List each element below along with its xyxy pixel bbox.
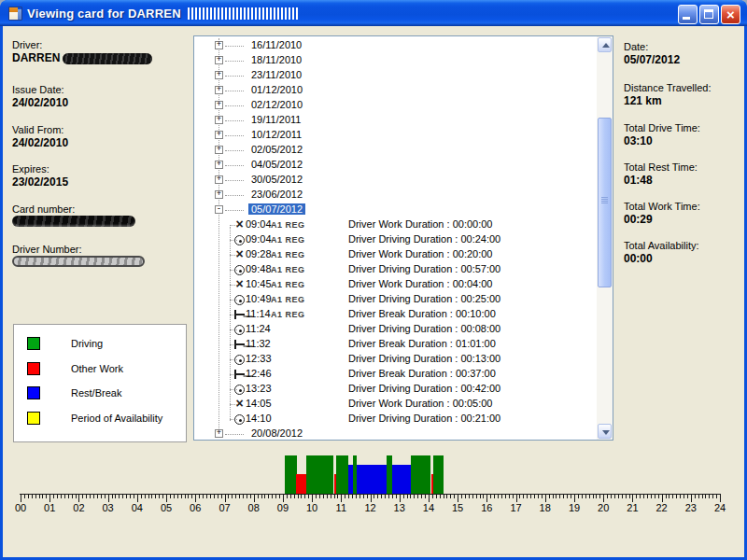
ruler-tick [519, 495, 520, 498]
driver-info-value [12, 216, 135, 230]
tree-date-row[interactable]: +30/05/2012 [194, 173, 597, 188]
tree-expand-toggle[interactable]: + [215, 56, 223, 64]
ruler-tick [574, 495, 575, 502]
tree-date-row[interactable]: -05/07/2012 [194, 203, 597, 217]
ruler-tick [304, 495, 305, 498]
minimize-icon [683, 17, 690, 20]
tree-entry-row[interactable]: 12:46Driver Break Duration : 00:37:00 [194, 367, 597, 382]
tree-entry-row[interactable]: 11:24Driver Driving Duration : 00:08:00 [194, 322, 597, 337]
tree-entry-row[interactable]: ×09:04A1 REGDriver Work Duration : 00:00… [194, 217, 597, 232]
tree-expand-toggle[interactable]: + [215, 429, 223, 438]
ruler-tick [108, 495, 109, 502]
tree-expand-toggle[interactable]: + [215, 161, 223, 169]
ruler-tick [228, 495, 229, 498]
ruler-hour-label: 14 [418, 502, 439, 513]
tree-connector-stub [225, 105, 244, 106]
timeline-segment-driving [433, 455, 444, 494]
tree-entry-row[interactable]: 11:14A1 REGDriver Break Duration : 00:10… [194, 307, 597, 322]
legend: DrivingOther WorkRest/BreakPeriod of Ava… [13, 324, 187, 442]
ruler-tick [331, 495, 331, 498]
ruler-hour-label: 01 [39, 502, 60, 513]
tree-expand-toggle[interactable]: + [215, 175, 223, 184]
app-icon [8, 7, 22, 21]
ruler-tick [294, 495, 295, 498]
entry-description: Driver Driving Duration : 00:42:00 [348, 383, 500, 394]
tree-entry-row[interactable]: 12:33Driver Driving Duration : 00:13:00 [194, 352, 597, 367]
ruler-tick [476, 495, 477, 498]
tree-expand-toggle[interactable]: + [215, 41, 223, 49]
tree-entry-row[interactable]: 13:23Driver Driving Duration : 00:42:00 [194, 382, 597, 397]
tree-date-row[interactable]: +02/12/2010 [194, 98, 597, 113]
tree-entry-row[interactable]: 09:48A1 REGDriver Driving Duration : 00:… [194, 262, 597, 277]
tree-date-row[interactable]: +23/06/2012 [194, 188, 597, 203]
tree-collapse-toggle[interactable]: - [215, 205, 223, 214]
ruler-hour-label: 16 [476, 502, 497, 513]
tree-entry-row[interactable]: ×09:28A1 REGDriver Work Duration : 00:20… [194, 247, 597, 262]
tree-date-row[interactable]: +20/08/2012 [194, 427, 597, 441]
entry-time: 11:24 [246, 323, 271, 334]
timeline-ruler [20, 494, 721, 495]
tree-date-row[interactable]: +02/05/2012 [194, 143, 597, 158]
ruler-tick [32, 495, 33, 498]
tree-expand-toggle[interactable]: + [215, 116, 223, 124]
ruler-tick [363, 495, 364, 498]
tree-date-row[interactable]: +04/05/2012 [194, 158, 597, 173]
vertical-scrollbar[interactable] [597, 36, 613, 440]
driver-info-group: Card number: [12, 203, 135, 230]
ruler-tick [145, 495, 146, 498]
maximize-button[interactable] [699, 5, 719, 24]
tree-date-row[interactable]: +10/12/2011 [194, 128, 597, 143]
scroll-down-button[interactable] [598, 424, 612, 439]
ruler-hour-label: 06 [185, 502, 205, 513]
minimize-button[interactable] [678, 5, 698, 24]
tree-expand-toggle[interactable]: + [215, 190, 223, 199]
ruler-tick [429, 495, 430, 502]
tree-date-row[interactable]: +16/11/2010 [194, 38, 597, 53]
ruler-tick [599, 495, 600, 498]
ruler-tick [498, 495, 499, 498]
tree-date-row[interactable]: +19/11/2011 [194, 113, 597, 128]
tree-expand-toggle[interactable]: + [215, 101, 223, 109]
entry-description: Driver Break Duration : 00:37:00 [348, 368, 496, 379]
driving-icon [233, 412, 246, 427]
tree-date-label: 16/11/2010 [248, 39, 304, 50]
tree-expand-toggle[interactable]: + [215, 86, 223, 94]
ruler-tick [21, 495, 21, 502]
driving-icon [233, 352, 246, 367]
activity-tree-panel: +16/11/2010+18/11/2010+23/11/2010+01/12/… [193, 35, 613, 441]
ruler-tick [669, 495, 669, 498]
ruler-tick [356, 495, 357, 498]
ruler-tick [348, 495, 349, 498]
ruler-tick [626, 495, 627, 498]
tree-entry-row[interactable]: 11:32Driver Break Duration : 01:01:00 [194, 337, 597, 352]
ruler-tick [388, 495, 389, 498]
tree-date-row[interactable]: +23/11/2010 [194, 68, 597, 83]
ruler-tick [432, 495, 433, 498]
tree-expand-toggle[interactable]: + [215, 71, 223, 79]
ruler-tick [327, 495, 328, 498]
ruler-tick [203, 495, 204, 498]
ruler-tick [407, 495, 408, 498]
tree-expand-toggle[interactable]: + [215, 131, 223, 139]
tree-entry-row[interactable]: 14:10Driver Driving Duration : 00:21:00 [194, 412, 597, 427]
tree-connector-stub [225, 150, 244, 151]
tree-entry-row[interactable]: ×14:05Driver Work Duration : 00:05:00 [194, 397, 597, 412]
tree-entry-row[interactable]: 10:49A1 REGDriver Driving Duration : 00:… [194, 292, 597, 307]
ruler-tick [97, 495, 98, 498]
close-button[interactable]: × [721, 5, 740, 24]
scroll-up-button[interactable] [598, 37, 612, 52]
ruler-tick [691, 495, 692, 502]
legend-item: Rest/Break [14, 386, 186, 401]
ruler-tick [76, 495, 77, 498]
rest-icon [233, 337, 246, 352]
tree-date-row[interactable]: +01/12/2010 [194, 83, 597, 98]
tree-entry-row[interactable]: ×10:45A1 REGDriver Work Duration : 00:04… [194, 277, 597, 292]
tree-date-row[interactable]: +18/11/2010 [194, 53, 597, 68]
tree-entry-row[interactable]: 09:04A1 REGDriver Driving Duration : 00:… [194, 232, 597, 247]
title-bar[interactable]: Viewing card for DARREN × [0, 0, 747, 26]
scrollbar-thumb[interactable] [598, 118, 612, 287]
driver-info-value [12, 256, 145, 270]
tree-expand-toggle[interactable]: + [215, 146, 223, 154]
timeline-segment-other_work [431, 474, 434, 494]
ruler-hour-label: 19 [564, 502, 585, 513]
